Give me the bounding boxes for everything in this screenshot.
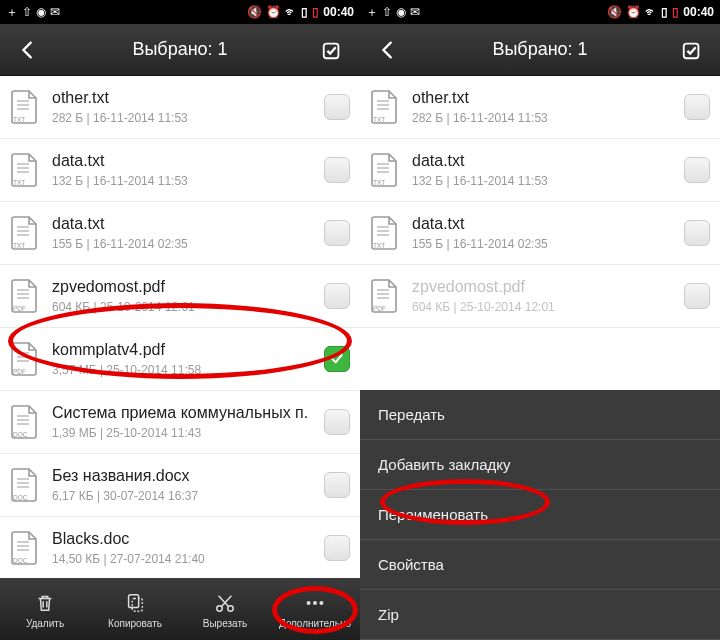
file-row[interactable]: DOC Без названия.docx 6,17 КБ | 30-07-20… [0,454,360,517]
svg-point-13 [307,600,311,604]
file-row[interactable]: TXT other.txt 282 Б | 16-11-2014 11:53 [0,76,360,139]
checkbox-icon[interactable] [324,220,350,246]
svg-text:TXT: TXT [373,242,385,249]
screen-left: ＋ ⇧ ◉ ✉ 🔇 ⏰ ᯤ ▯ ▯ 00:40 Выбрано: 1 TXT o [0,0,360,640]
file-row[interactable]: PDF kommplatv4.pdf 3,57 МБ | 25-10-2014 … [0,328,360,391]
file-icon: PDF [368,276,402,316]
mail-icon: ✉ [50,5,60,19]
file-name: data.txt [412,215,684,233]
file-row[interactable]: PDF zpvedomost.pdf 604 КБ | 25-10-2014 1… [0,265,360,328]
svg-text:PDF: PDF [13,305,26,312]
upload-icon: ⇧ [22,5,32,19]
appbar-title: Выбрано: 1 [414,39,666,60]
file-row[interactable]: TXT data.txt 155 Б | 16-11-2014 02:35 [360,202,720,265]
menu-item[interactable]: Zip [360,590,720,640]
file-icon: TXT [8,87,42,127]
file-meta: 155 Б | 16-11-2014 02:35 [412,237,684,251]
alarm-icon: ⏰ [266,5,281,19]
wifi-icon: ᯤ [285,5,297,19]
svg-text:TXT: TXT [13,116,25,123]
file-meta: 282 Б | 16-11-2014 11:53 [52,111,324,125]
statusbar: ＋ ⇧ ◉ ✉ 🔇 ⏰ ᯤ ▯ ▯ 00:40 [360,0,720,24]
file-row[interactable]: TXT data.txt 155 Б | 16-11-2014 02:35 [0,202,360,265]
svg-text:DOC: DOC [13,557,28,564]
file-row[interactable]: DOC Blacks.doc 14,50 КБ | 27-07-2014 21:… [0,517,360,578]
checkbox-icon[interactable] [324,535,350,561]
file-name: Система приема коммунальных п. [52,404,324,422]
file-meta: 282 Б | 16-11-2014 11:53 [412,111,684,125]
menu-item[interactable]: Передать [360,390,720,440]
back-button[interactable] [370,32,406,68]
file-name: Без названия.docx [52,467,324,485]
overflow-panel: Удалить Копировать Вырезать Дополнительн… [360,578,720,640]
file-icon: TXT [8,213,42,253]
signal-icon: ▯ [661,5,668,19]
file-icon: TXT [368,150,402,190]
file-name: data.txt [412,152,684,170]
file-meta: 1,39 МБ | 25-10-2014 11:43 [52,426,324,440]
file-row[interactable]: TXT data.txt 132 Б | 16-11-2014 11:53 [360,139,720,202]
file-row[interactable]: TXT other.txt 282 Б | 16-11-2014 11:53 [360,76,720,139]
menu-item[interactable]: Добавить закладку [360,440,720,490]
checkbox-icon[interactable] [684,94,710,120]
file-meta: 155 Б | 16-11-2014 02:35 [52,237,324,251]
back-button[interactable] [10,32,46,68]
cut-button[interactable]: Вырезать [180,578,270,640]
svg-text:DOC: DOC [13,431,28,438]
file-icon: PDF [8,339,42,379]
bottom-toolbar: Удалить Копировать Вырезать Дополнительн… [0,578,360,640]
file-meta: 132 Б | 16-11-2014 11:53 [52,174,324,188]
file-meta: 14,50 КБ | 27-07-2014 21:40 [52,552,324,566]
checkbox-icon[interactable] [684,157,710,183]
select-all-button[interactable] [674,32,710,68]
svg-point-14 [313,600,317,604]
mute-icon: 🔇 [247,5,262,19]
alarm-icon: ⏰ [626,5,641,19]
checkbox-icon[interactable] [684,220,710,246]
file-row[interactable]: DOC Система приема коммунальных п. 1,39 … [0,391,360,454]
file-row[interactable]: TXT data.txt 132 Б | 16-11-2014 11:53 [0,139,360,202]
checkbox-icon[interactable] [324,472,350,498]
delete-button[interactable]: Удалить [0,578,90,640]
file-icon: DOC [8,402,42,442]
appbar-title: Выбрано: 1 [54,39,306,60]
svg-point-15 [319,600,323,604]
overflow-menu: ПередатьДобавить закладкуПереименоватьСв… [360,390,720,640]
battery-icon: ▯ [312,5,319,19]
plus-icon: ＋ [6,4,18,21]
file-meta: 132 Б | 16-11-2014 11:53 [412,174,684,188]
more-button[interactable]: Дополнительно [270,578,360,640]
file-icon: TXT [368,213,402,253]
checkbox-icon[interactable] [324,157,350,183]
sync-icon: ◉ [36,5,46,19]
file-name: data.txt [52,215,324,233]
file-list[interactable]: TXT other.txt 282 Б | 16-11-2014 11:53 T… [0,76,360,578]
wifi-icon: ᯤ [645,5,657,19]
checkbox-icon[interactable] [324,94,350,120]
svg-rect-10 [132,598,142,611]
file-name: kommplatv4.pdf [52,341,324,359]
file-icon: TXT [368,87,402,127]
screen-right: ＋ ⇧ ◉ ✉ 🔇 ⏰ ᯤ ▯ ▯ 00:40 Выбрано: 1 TXT o [360,0,720,640]
mute-icon: 🔇 [607,5,622,19]
file-name: data.txt [52,152,324,170]
clock: 00:40 [683,5,714,19]
copy-button[interactable]: Копировать [90,578,180,640]
menu-item[interactable]: Свойства [360,540,720,590]
checkbox-icon[interactable] [324,346,350,372]
file-meta: 3,57 МБ | 25-10-2014 11:58 [52,363,324,377]
svg-text:TXT: TXT [13,179,25,186]
file-name: other.txt [52,89,324,107]
file-icon: DOC [8,528,42,568]
checkbox-icon[interactable] [324,283,350,309]
statusbar: ＋ ⇧ ◉ ✉ 🔇 ⏰ ᯤ ▯ ▯ 00:40 [0,0,360,24]
file-meta: 6,17 КБ | 30-07-2014 16:37 [52,489,324,503]
select-all-button[interactable] [314,32,350,68]
menu-item[interactable]: Переименовать [360,490,720,540]
appbar: Выбрано: 1 [360,24,720,76]
checkbox-icon[interactable] [324,409,350,435]
svg-text:TXT: TXT [373,116,385,123]
checkbox-icon[interactable] [684,283,710,309]
battery-icon: ▯ [672,5,679,19]
file-row[interactable]: PDF zpvedomost.pdf 604 КБ | 25-10-2014 1… [360,265,720,328]
